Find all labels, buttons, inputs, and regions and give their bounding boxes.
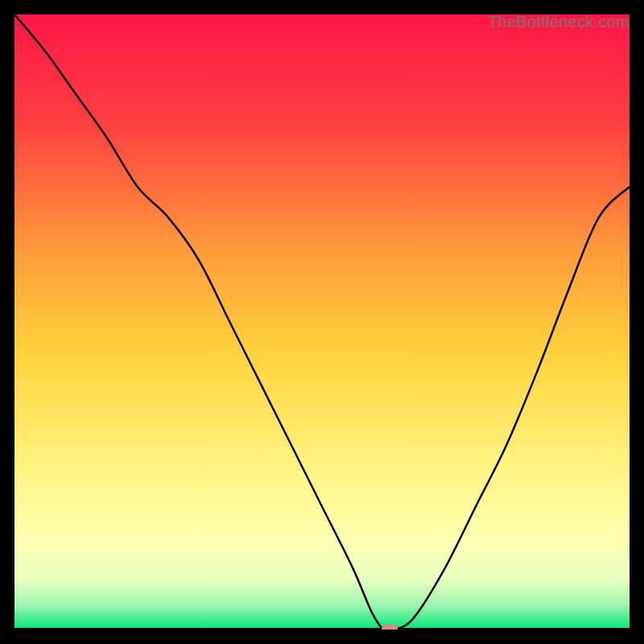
gradient-background — [14, 14, 630, 630]
bottleneck-chart — [14, 14, 630, 630]
optimal-marker — [382, 625, 398, 630]
watermark-text: TheBottleneck.com — [488, 13, 630, 31]
chart-container: TheBottleneck.com — [14, 14, 630, 630]
